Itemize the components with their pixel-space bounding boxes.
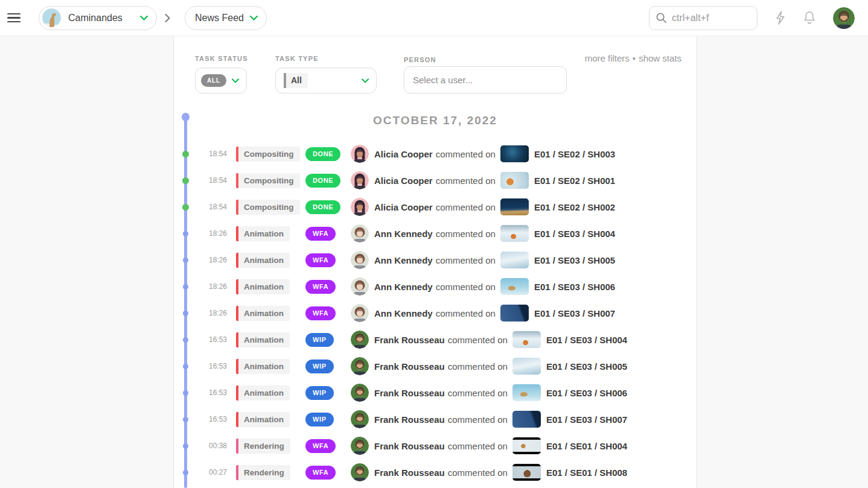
production-name: Caminandes bbox=[68, 13, 140, 24]
person-name: Ann Kennedy bbox=[374, 308, 433, 318]
chevron-down-icon bbox=[232, 78, 239, 83]
news-entry[interactable]: 18:54 Compositing DONE Alicia Cooper com… bbox=[174, 141, 697, 167]
entity-name[interactable]: E01 / SE01 / SH008 bbox=[546, 467, 627, 478]
chevron-right-icon bbox=[165, 14, 170, 22]
entity-thumbnail[interactable] bbox=[512, 411, 541, 428]
news-entry[interactable]: 18:26 Animation WFA Ann Kennedy commente… bbox=[174, 247, 697, 273]
status-badge: WFA bbox=[305, 253, 336, 267]
task-type-name: Animation bbox=[238, 253, 290, 268]
search-box[interactable] bbox=[649, 6, 758, 30]
entity-thumbnail[interactable] bbox=[500, 278, 529, 295]
status-badge: WIP bbox=[305, 333, 334, 347]
entity-thumbnail[interactable] bbox=[500, 145, 529, 162]
lightning-icon[interactable] bbox=[773, 10, 787, 25]
entity-thumbnail[interactable] bbox=[500, 305, 529, 322]
links-separator: • bbox=[633, 53, 636, 63]
news-entry[interactable]: 18:26 Animation WFA Ann Kennedy commente… bbox=[174, 220, 697, 247]
entity-name[interactable]: E01 / SE03 / SH005 bbox=[546, 361, 627, 372]
person-select-input[interactable] bbox=[404, 66, 567, 93]
person-name: Frank Rousseau bbox=[374, 388, 445, 398]
entity-thumbnail[interactable] bbox=[500, 225, 529, 242]
more-filters-link[interactable]: more filters bbox=[585, 53, 630, 63]
news-entry[interactable]: 18:26 Animation WFA Ann Kennedy commente… bbox=[174, 273, 697, 300]
notifications-bell-icon[interactable] bbox=[803, 10, 816, 25]
task-type-name: Rendering bbox=[238, 439, 290, 454]
entity-name[interactable]: E01 / SE02 / SH003 bbox=[534, 149, 615, 159]
status-badge: WIP bbox=[305, 386, 334, 400]
news-entry[interactable]: 16:53 Animation WIP Frank Rousseau comme… bbox=[174, 406, 697, 433]
task-type-chip: Animation bbox=[236, 226, 290, 241]
user-avatar[interactable] bbox=[833, 7, 855, 29]
news-entry[interactable]: 00:27 Rendering WFA Frank Rousseau comme… bbox=[174, 459, 697, 486]
entity-name[interactable]: E01 / SE01 / SH004 bbox=[546, 441, 627, 451]
search-input[interactable] bbox=[672, 13, 750, 24]
task-type-name: Compositing bbox=[238, 147, 300, 162]
entity-thumbnail[interactable] bbox=[512, 331, 541, 348]
task-type-chip: Animation bbox=[236, 359, 290, 374]
menu-toggle-icon[interactable] bbox=[7, 13, 21, 23]
entry-time: 18:26 bbox=[174, 282, 227, 291]
news-entry[interactable]: 16:53 Animation WIP Frank Rousseau comme… bbox=[174, 353, 697, 379]
task-type-value: All bbox=[286, 73, 308, 88]
entry-time: 00:27 bbox=[174, 468, 227, 477]
entity-thumbnail[interactable] bbox=[512, 358, 541, 375]
entity-name[interactable]: E01 / SE03 / SH007 bbox=[546, 414, 627, 425]
task-status-select[interactable]: ALL bbox=[195, 68, 247, 93]
entry-action: commented on bbox=[448, 441, 508, 451]
timeline-dot bbox=[183, 231, 188, 236]
task-type-name: Animation bbox=[238, 359, 290, 374]
news-entry[interactable]: 18:26 Animation WFA Ann Kennedy commente… bbox=[174, 300, 697, 326]
entity-thumbnail[interactable] bbox=[512, 384, 541, 401]
news-entry[interactable]: 18:54 Compositing DONE Alicia Cooper com… bbox=[174, 167, 697, 194]
person-name: Frank Rousseau bbox=[374, 361, 445, 372]
task-type-name: Animation bbox=[238, 279, 290, 294]
person-avatar bbox=[351, 384, 369, 402]
entity-name[interactable]: E01 / SE03 / SH007 bbox=[534, 308, 615, 318]
timeline-dot bbox=[182, 177, 189, 184]
section-selector[interactable]: News Feed bbox=[185, 6, 267, 30]
timeline-dot bbox=[183, 443, 188, 449]
entity-name[interactable]: E01 / SE02 / SH001 bbox=[534, 176, 615, 186]
entity-thumbnail[interactable] bbox=[512, 437, 541, 454]
news-entry[interactable]: 16:53 Animation WIP Frank Rousseau comme… bbox=[174, 379, 697, 406]
entity-name[interactable]: E01 / SE03 / SH006 bbox=[534, 282, 615, 292]
task-type-select[interactable]: All bbox=[275, 68, 377, 93]
timeline-dot bbox=[183, 470, 188, 475]
news-entry[interactable]: 16:53 Animation WIP Frank Rousseau comme… bbox=[174, 326, 697, 353]
timeline-dot bbox=[182, 204, 189, 211]
entity-thumbnail[interactable] bbox=[500, 172, 529, 189]
task-type-chip: Animation bbox=[236, 385, 290, 401]
person-name: Ann Kennedy bbox=[374, 282, 433, 292]
news-entry[interactable]: 18:54 Compositing DONE Alicia Cooper com… bbox=[174, 194, 697, 220]
news-entry[interactable]: 00:38 Rendering WFA Frank Rousseau comme… bbox=[174, 433, 697, 459]
entry-time: 18:26 bbox=[174, 229, 227, 238]
entity-thumbnail[interactable] bbox=[500, 252, 529, 268]
person-avatar bbox=[351, 277, 369, 296]
news-entries-list: 18:54 Compositing DONE Alicia Cooper com… bbox=[174, 141, 697, 486]
timeline-dot bbox=[183, 258, 188, 263]
entry-action: commented on bbox=[436, 282, 496, 292]
entity-thumbnail[interactable] bbox=[500, 198, 529, 215]
entity-name[interactable]: E01 / SE03 / SH004 bbox=[546, 335, 627, 345]
person-name: Frank Rousseau bbox=[374, 335, 445, 345]
entity-name[interactable]: E01 / SE03 / SH005 bbox=[534, 255, 615, 265]
task-type-chip: Animation bbox=[236, 332, 290, 347]
task-type-name: Compositing bbox=[238, 173, 300, 188]
entry-action: commented on bbox=[448, 467, 508, 478]
task-type-chip: Compositing bbox=[236, 147, 300, 162]
task-type-chip: Animation bbox=[236, 253, 290, 268]
task-type-name: Animation bbox=[238, 412, 290, 427]
entity-thumbnail[interactable] bbox=[512, 464, 541, 481]
timeline-dot bbox=[183, 364, 188, 369]
task-type-name: Animation bbox=[238, 332, 290, 347]
person-name: Alicia Cooper bbox=[374, 149, 433, 159]
show-stats-link[interactable]: show stats bbox=[639, 53, 681, 63]
task-type-chip: Compositing bbox=[236, 200, 300, 215]
entity-name[interactable]: E01 / SE03 / SH006 bbox=[546, 388, 627, 398]
entity-name[interactable]: E01 / SE03 / SH004 bbox=[534, 229, 615, 239]
entity-name[interactable]: E01 / SE02 / SH002 bbox=[534, 202, 615, 212]
task-type-name: Rendering bbox=[238, 465, 290, 480]
task-type-chip: Animation bbox=[236, 306, 290, 321]
production-selector[interactable]: Caminandes bbox=[39, 6, 157, 30]
task-status-label: TASK STATUS bbox=[195, 55, 248, 62]
